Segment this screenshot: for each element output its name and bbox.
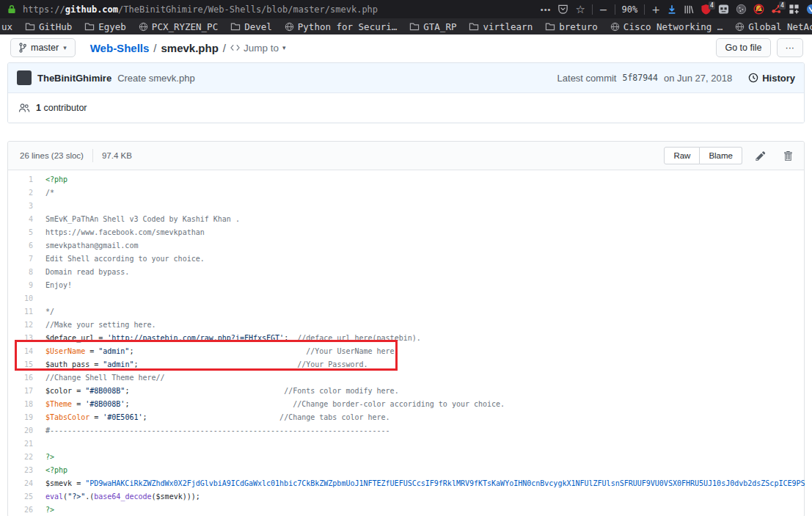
line-number[interactable]: 25	[8, 490, 33, 504]
zoom-level[interactable]: 90%	[622, 4, 638, 15]
avatar[interactable]	[17, 70, 32, 85]
clipped-extension-icon[interactable]	[806, 4, 812, 15]
line-number[interactable]: 6	[8, 239, 33, 252]
code-icon	[230, 44, 240, 51]
bookmark-item[interactable]: Cisco Networking …	[610, 21, 723, 32]
url-bar[interactable]: https://github.com/TheBinitGhimire/Web-S…	[7, 4, 536, 15]
library-icon[interactable]	[684, 4, 694, 15]
line-number[interactable]: 11	[8, 305, 33, 319]
line-number[interactable]: 24	[8, 477, 33, 490]
bookmark-label: GitHub	[39, 21, 72, 32]
pocket-icon[interactable]	[557, 4, 568, 15]
bookmark-label: virtlearn	[483, 21, 533, 32]
line-number[interactable]: 1	[8, 173, 33, 186]
line-number[interactable]: 23	[8, 464, 33, 477]
breadcrumb-repo-link[interactable]: Web-Shells	[90, 42, 150, 54]
line-number[interactable]: 20	[8, 424, 33, 437]
line-number[interactable]: 13	[8, 332, 33, 345]
molecule-extension-icon[interactable]: 4	[771, 4, 782, 15]
line-number[interactable]: 16	[8, 371, 33, 385]
bookmark-item[interactable]: Egyeb	[84, 21, 126, 32]
branch-selector-button[interactable]: master ▾	[10, 38, 76, 57]
bookmark-item[interactable]: Devel	[230, 21, 272, 32]
url-scheme: https://	[23, 4, 65, 15]
line-number[interactable]: 8	[8, 266, 33, 279]
line-number[interactable]: 26	[8, 504, 33, 516]
code-line: $auth_pass = "admin"; //Your Password.	[33, 358, 368, 371]
caret-down-icon: ▾	[282, 44, 286, 51]
line-number[interactable]: 17	[8, 385, 33, 398]
code-line: https://www.facebook.com/smevkpathan	[33, 226, 205, 239]
delete-trash-icon[interactable]	[779, 150, 797, 161]
bookmark-label: breturo	[559, 21, 598, 32]
folder-icon	[230, 22, 241, 31]
ublock-extension-icon[interactable]: 4	[701, 4, 712, 15]
line-number[interactable]: 9	[8, 279, 33, 292]
code-line-row: 23<?php	[8, 464, 804, 477]
bookmark-item[interactable]: ux	[1, 21, 12, 32]
bookmark-item[interactable]: Global NetAca	[735, 21, 812, 32]
line-number[interactable]: 5	[8, 226, 33, 239]
line-number[interactable]: 2	[8, 186, 33, 200]
line-number[interactable]: 18	[8, 398, 33, 411]
line-number[interactable]: 19	[8, 411, 33, 424]
more-options-button[interactable]: ···	[777, 38, 804, 57]
code-line-row: 9Enjoy!	[8, 279, 804, 292]
go-to-file-button[interactable]: Go to file	[716, 38, 770, 57]
bookmark-item[interactable]: breturo	[545, 21, 598, 32]
jump-to-dropdown[interactable]: Jump to ▾	[230, 43, 286, 54]
bookmark-label: Python for Securi…	[298, 21, 397, 32]
commit-message[interactable]: Create smevk.php	[117, 73, 195, 84]
grid-extension-icon[interactable]	[789, 4, 800, 15]
page-actions-icon[interactable]: •••	[541, 5, 552, 14]
mute-notifications-extension-icon[interactable]	[753, 4, 764, 15]
code-line: $color = "#8B008B"; //Fonts color modify…	[33, 385, 399, 398]
code-line-row: 8Domain read bypass.	[8, 266, 804, 279]
bookmark-item[interactable]: GTA_RP	[409, 21, 456, 32]
line-number[interactable]: 7	[8, 252, 33, 266]
line-number[interactable]: 14	[8, 345, 33, 358]
raw-button[interactable]: Raw	[664, 147, 700, 164]
contributors-row[interactable]: 1 contributor	[8, 93, 804, 123]
line-number[interactable]: 22	[8, 451, 33, 464]
bookmark-label: Cisco Networking …	[623, 21, 723, 32]
monkey-extension-icon[interactable]	[718, 4, 729, 15]
code-line-row: 6smevkpathan@gmail.com	[8, 239, 804, 252]
code-line: $smevk = "PD9waHAKCiRkZWZhdWx0X2FjdGlvbi…	[33, 477, 805, 490]
bookmark-star-icon[interactable]: ☆	[575, 3, 585, 16]
code-line-row: 26?>	[8, 504, 804, 516]
zoom-in-button[interactable]: +	[651, 4, 660, 15]
bookmark-item[interactable]: virtlearn	[469, 21, 533, 32]
downloads-icon[interactable]	[667, 4, 677, 15]
blame-button[interactable]: Blame	[700, 147, 742, 164]
lock-icon	[7, 4, 16, 14]
code-line-row: 20#-------------------------------------…	[8, 424, 804, 437]
zoom-out-button[interactable]: −	[599, 4, 608, 15]
code-line: /*	[33, 186, 54, 200]
line-number[interactable]: 21	[8, 437, 33, 451]
edit-pencil-icon[interactable]	[751, 150, 770, 161]
code-line-row: 13$deface_url = 'http://pastebin.com/raw…	[8, 332, 804, 345]
commit-author-link[interactable]: TheBinitGhimire	[37, 73, 111, 84]
code-line: $Theme = '#8B008B'; //Change border-colo…	[33, 398, 505, 411]
file-size: 97.4 KB	[102, 151, 132, 160]
cookie-extension-icon[interactable]	[736, 4, 747, 15]
raw-blame-group: Raw Blame	[664, 147, 742, 164]
bookmarks-bar: uxGitHubEgyebPCX_RYZEN_PCDevelPython for…	[0, 18, 812, 34]
bookmark-label: GTA_RP	[423, 21, 456, 32]
line-number[interactable]: 15	[8, 358, 33, 371]
code-line: ?>	[33, 504, 54, 516]
toolbar-separator	[592, 4, 593, 15]
line-number[interactable]: 4	[8, 213, 33, 226]
bookmark-item[interactable]: GitHub	[25, 21, 72, 32]
commit-sha-link[interactable]: 5f87944	[622, 73, 657, 83]
code-line-row: 15$auth_pass = "admin"; //Your Password.	[8, 358, 804, 371]
line-number[interactable]: 3	[8, 200, 33, 213]
line-number[interactable]: 12	[8, 319, 33, 332]
line-number[interactable]: 10	[8, 292, 33, 305]
history-link[interactable]: History	[748, 73, 795, 84]
code-line-row: 7Edit Shell according to your choice.	[8, 252, 804, 266]
code-line: $deface_url = 'http://pastebin.com/raw.p…	[33, 332, 421, 345]
bookmark-item[interactable]: Python for Securi…	[285, 21, 397, 32]
bookmark-item[interactable]: PCX_RYZEN_PC	[139, 21, 218, 32]
